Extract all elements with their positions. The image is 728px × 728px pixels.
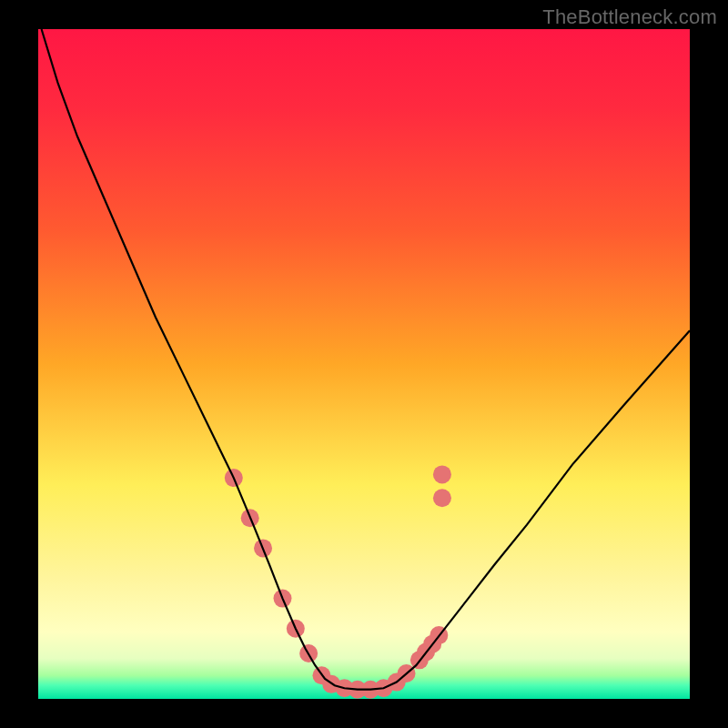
plot-background <box>38 29 690 699</box>
curve-marker <box>433 465 451 483</box>
curve-marker <box>433 489 451 507</box>
outer-frame: TheBottleneck.com <box>0 0 728 728</box>
chart-svg <box>0 0 728 728</box>
watermark-text: TheBottleneck.com <box>542 5 717 29</box>
